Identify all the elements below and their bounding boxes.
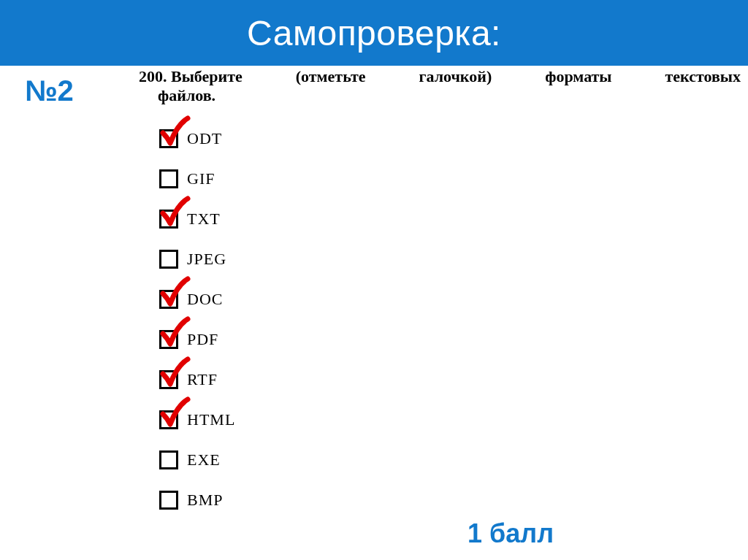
- checkmark-icon: [159, 356, 191, 388]
- option-row: HTML: [159, 399, 235, 440]
- score-label: 1 балл: [468, 518, 554, 549]
- prompt-word-4: текстовых: [665, 66, 741, 88]
- prompt-word-2: галочкой): [419, 66, 492, 88]
- checkmark-icon: [159, 115, 191, 147]
- option-row: BMP: [159, 480, 235, 520]
- option-label: RTF: [187, 370, 218, 389]
- option-label: TXT: [187, 210, 221, 229]
- prompt-continuation: файлов.: [158, 86, 215, 105]
- task-number: 200.: [139, 67, 167, 85]
- prompt-word-1: (отметьте: [296, 66, 366, 88]
- option-label: BMP: [187, 491, 223, 510]
- option-label: DOC: [187, 290, 223, 309]
- checkbox[interactable]: [159, 410, 178, 429]
- option-row: JPEG: [159, 239, 235, 279]
- option-row: TXT: [159, 199, 235, 239]
- question-marker: №2: [25, 74, 74, 107]
- prompt-word-3: форматы: [545, 66, 611, 88]
- checkmark-icon: [159, 396, 191, 429]
- prompt-word-0: Выберите: [171, 67, 243, 85]
- checkbox[interactable]: [159, 250, 178, 269]
- slide-header: Самопроверка:: [0, 0, 748, 66]
- option-label: ODT: [187, 129, 222, 148]
- option-label: JPEG: [187, 250, 226, 269]
- checkbox[interactable]: [159, 450, 178, 469]
- checkbox[interactable]: [159, 169, 178, 188]
- option-label: EXE: [187, 450, 221, 469]
- checkmark-icon: [159, 316, 191, 348]
- option-label: HTML: [187, 410, 235, 429]
- prompt-line: 200. Выберите (отметьте галочкой) формат…: [139, 66, 748, 88]
- options-list: ODTGIF TXTJPEG DOC PDF RTF HTMLEXEBMP: [159, 118, 235, 520]
- checkbox[interactable]: [159, 370, 178, 389]
- checkbox[interactable]: [159, 129, 178, 148]
- option-row: PDF: [159, 319, 235, 359]
- option-row: EXE: [159, 440, 235, 480]
- option-row: RTF: [159, 359, 235, 399]
- option-row: ODT: [159, 118, 235, 158]
- option-label: GIF: [187, 169, 215, 188]
- option-label: PDF: [187, 330, 218, 349]
- checkbox[interactable]: [159, 330, 178, 349]
- option-row: DOC: [159, 279, 235, 319]
- checkmark-icon: [159, 196, 191, 228]
- option-row: GIF: [159, 158, 235, 199]
- slide-title: Самопроверка:: [247, 13, 501, 53]
- checkbox[interactable]: [159, 491, 178, 510]
- checkmark-icon: [159, 276, 191, 308]
- checkbox[interactable]: [159, 210, 178, 229]
- slide-content: №2 200. Выберите (отметьте галочкой) фор…: [0, 66, 748, 79]
- question-block: 200. Выберите (отметьте галочкой) формат…: [139, 66, 748, 88]
- checkbox[interactable]: [159, 290, 178, 309]
